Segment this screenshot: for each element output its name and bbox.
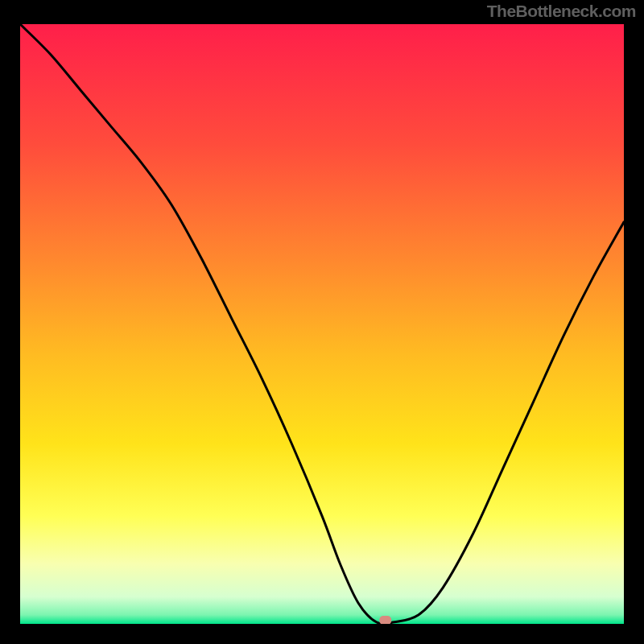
plot-background xyxy=(20,24,624,624)
bottleneck-chart xyxy=(20,24,624,624)
chart-container xyxy=(20,24,624,624)
optimum-marker xyxy=(379,616,391,624)
attribution-label: TheBottleneck.com xyxy=(487,2,636,21)
app-frame: TheBottleneck.com xyxy=(0,0,644,644)
